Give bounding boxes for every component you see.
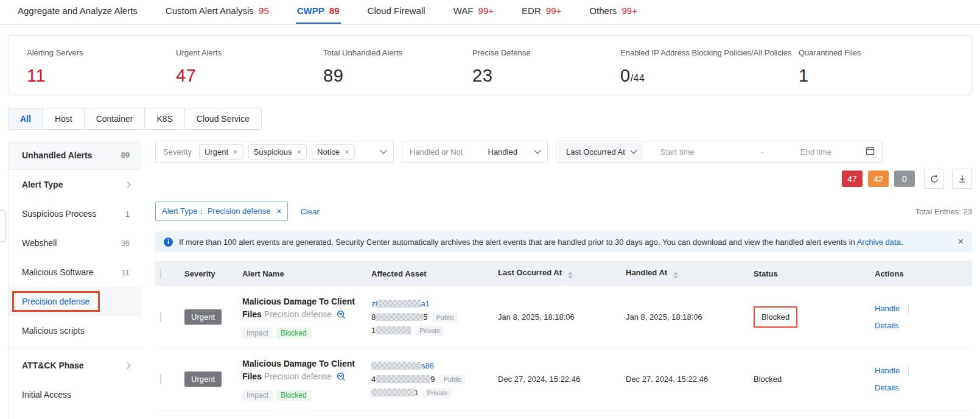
sidebar-item-label: Precision defense	[22, 297, 89, 306]
date-field-select[interactable]: Last Occurred At	[559, 143, 643, 160]
stat-label: Quarantined Files	[799, 48, 965, 57]
chevron-down-icon[interactable]	[534, 147, 541, 153]
remove-tag-icon[interactable]: ×	[345, 147, 349, 157]
handled-filter[interactable]: Handled or Not Handled	[402, 141, 548, 163]
top-nav: Aggregate and Analyze Alerts Custom Aler…	[0, 0, 980, 25]
stat-alerting-servers: Alerting Servers 11	[27, 48, 176, 94]
asset-text: 1	[371, 326, 376, 335]
asset-link[interactable]: zla1	[371, 299, 430, 308]
details-link[interactable]: Details	[875, 321, 899, 330]
archive-data-link[interactable]: Archive data	[857, 238, 901, 247]
sidebar-item-label: Initial Access	[22, 390, 71, 400]
tab-aggregate-analyze[interactable]: Aggregate and Analyze Alerts	[16, 0, 139, 23]
scope-tab-all[interactable]: All	[8, 108, 43, 130]
severity-filter-label: Severity	[163, 147, 192, 157]
banner-close-icon[interactable]: ×	[958, 236, 964, 247]
stat-value: 89	[323, 66, 466, 86]
stat-value-main: 0	[620, 66, 631, 85]
sidebar-item-initial-access[interactable]: Initial Access	[9, 380, 142, 409]
scope-tab-cloud-service[interactable]: Cloud Service	[184, 108, 262, 130]
scope-tab-k8s[interactable]: K8S	[144, 108, 184, 130]
sidebar-item-precision-defense[interactable]: Precision defense	[9, 287, 142, 316]
sidebar-collapse-handle[interactable]	[0, 210, 6, 242]
alert-name: Malicious Damage To Client Files Precisi…	[242, 295, 366, 323]
asset-link[interactable]: s86	[371, 361, 434, 370]
alert-type-filter-label: Alert Type： Precision defense	[162, 206, 270, 217]
handle-link[interactable]: Handle	[875, 304, 900, 313]
remove-tag-icon[interactable]: ×	[296, 147, 301, 157]
select-all-checkbox[interactable]	[160, 269, 161, 279]
handle-link[interactable]: Handle	[875, 366, 900, 375]
last-occurred-at: Dec 27, 2024, 15:22:46	[493, 375, 621, 384]
clear-filters-link[interactable]: Clear	[300, 207, 319, 216]
alert-subtype: Precision defense	[264, 309, 332, 319]
public-tag: Public	[432, 312, 458, 322]
sidebar-item-malicious-software[interactable]: Malicious Software 11	[9, 258, 142, 287]
start-time-input[interactable]: Start time	[660, 147, 695, 157]
sort-icon[interactable]	[673, 272, 678, 279]
tab-custom-alert-analysis[interactable]: Custom Alert Analysis 95	[164, 0, 270, 23]
banner-text: If more than 100 alert events are genera…	[179, 238, 903, 247]
impact-tag: Impact	[242, 390, 273, 401]
urgent-count-badge[interactable]: 47	[842, 171, 863, 187]
scope-tab-container[interactable]: Container	[84, 108, 145, 130]
sidebar-group-label: ATT&CK Phase	[22, 361, 84, 370]
redacted-text	[376, 313, 423, 321]
tab-waf[interactable]: WAF 99+	[452, 0, 495, 23]
alert-tags: Impact Blocked	[242, 328, 366, 339]
remove-filter-icon[interactable]: ×	[276, 206, 281, 216]
refresh-button[interactable]	[924, 169, 944, 189]
date-range-filter[interactable]: Last Occurred At Start time - End time	[556, 141, 883, 163]
row-actions: Handle Details	[869, 304, 972, 330]
sidebar-item-suspicious-process[interactable]: Suspicious Process 1	[9, 199, 142, 228]
stat-total-unhandled: Total Unhandled Alerts 89	[323, 48, 472, 94]
download-button[interactable]	[952, 169, 972, 189]
tab-label: CWPP	[297, 5, 324, 16]
analysis-icon[interactable]	[337, 311, 346, 321]
chevron-down-icon[interactable]	[380, 147, 387, 153]
tab-cloud-firewall[interactable]: Cloud Firewall	[366, 0, 427, 23]
sort-icon[interactable]	[568, 272, 573, 279]
header-label: Handled At	[626, 268, 667, 277]
row-checkbox[interactable]	[160, 374, 161, 384]
remove-tag-icon[interactable]: ×	[233, 147, 238, 157]
calendar-icon[interactable]	[866, 146, 875, 157]
scope-tab-host[interactable]: Host	[43, 108, 85, 130]
severity-tag-urgent: Urgent ×	[199, 144, 243, 160]
stat-label: Urgent Alerts	[176, 48, 317, 57]
tab-edr[interactable]: EDR 99+	[520, 0, 562, 23]
chevron-right-icon	[125, 181, 131, 188]
affected-asset: zla1 85Public 1Private	[366, 297, 493, 337]
blocked-tag: Blocked	[276, 390, 311, 401]
sidebar-group-attck-phase[interactable]: ATT&CK Phase	[9, 351, 142, 380]
row-checkbox[interactable]	[160, 312, 161, 322]
sidebar-item-unhandled-alerts[interactable]: Unhandled Alerts 89	[9, 141, 142, 170]
sidebar-group-alert-type[interactable]: Alert Type	[9, 170, 142, 199]
analysis-icon[interactable]	[337, 373, 346, 383]
notice-count-badge[interactable]: 0	[894, 171, 915, 187]
handled-filter-value: Handled	[488, 147, 517, 157]
redacted-text	[377, 300, 421, 308]
table-row: Urgent Malicious Damage To Client Files …	[155, 286, 972, 348]
sidebar-item-webshell[interactable]: Webshell 36	[9, 228, 142, 258]
impact-tag: Impact	[242, 328, 273, 339]
stat-label: Total Unhandled Alerts	[323, 48, 466, 57]
stat-value: 23	[472, 66, 614, 86]
alert-subtype: Precision defense	[264, 371, 332, 381]
end-time-input[interactable]: End time	[800, 147, 831, 157]
stat-label: Precise Defense	[472, 48, 614, 57]
details-link[interactable]: Details	[875, 383, 899, 392]
suspicious-count-badge[interactable]: 42	[868, 171, 889, 187]
severity-filter[interactable]: Severity Urgent × Suspicious × Notice ×	[155, 141, 394, 163]
info-icon: i	[164, 238, 173, 247]
redacted-text	[371, 389, 414, 396]
sidebar-item-execution[interactable]: Execution	[9, 409, 142, 419]
status-value: Blocked	[754, 375, 782, 384]
main-area: Unhandled Alerts 89 Alert Type Suspiciou…	[8, 141, 972, 419]
severity-tag-label: Notice	[317, 147, 340, 157]
affected-asset: s86 49Public 1Private	[366, 359, 493, 400]
sidebar-item-malicious-scripts[interactable]: Malicious scripts	[9, 316, 142, 345]
tab-cwpp[interactable]: CWPP 89	[296, 0, 341, 24]
stat-quarantined-files: Quarantined Files 1	[799, 48, 971, 94]
tab-others[interactable]: Others 99+	[588, 0, 639, 23]
